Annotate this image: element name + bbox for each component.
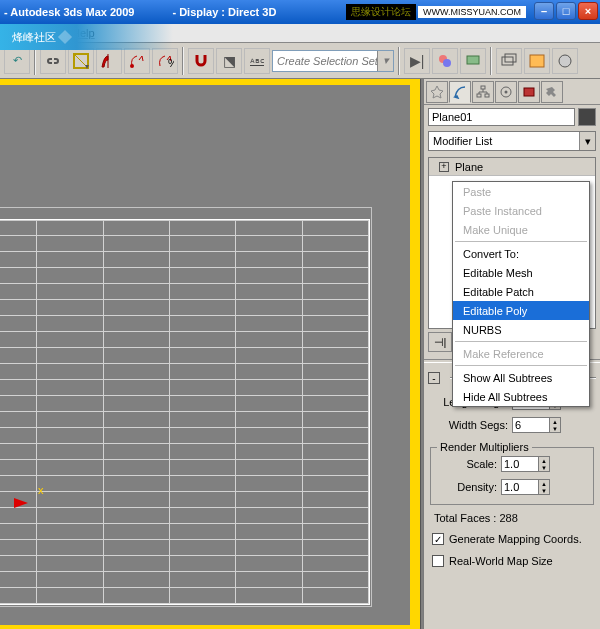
menu-editable-patch[interactable]: Editable Patch: [453, 282, 589, 301]
width-segs-input[interactable]: [512, 417, 550, 433]
menu-nurbs[interactable]: NURBS: [453, 320, 589, 339]
x-axis-arrow-icon: [14, 498, 28, 508]
hierarchy-tab[interactable]: [472, 81, 494, 103]
viewport[interactable]: x: [0, 79, 423, 629]
material-button[interactable]: [432, 48, 458, 74]
width-segs-label: Width Segs:: [430, 419, 508, 431]
pin-stack-button[interactable]: ⊣|: [428, 332, 452, 352]
maximize-button[interactable]: □: [556, 2, 576, 20]
create-tab[interactable]: [426, 81, 448, 103]
svg-rect-9: [530, 55, 544, 67]
mirror-button[interactable]: [96, 48, 122, 74]
chevron-down-icon: ▾: [377, 51, 393, 71]
menu-sep: [455, 241, 587, 242]
real-world-checkbox[interactable]: Real-World Map Size: [432, 553, 592, 569]
svg-rect-12: [477, 94, 481, 97]
chevron-down-icon: ▾: [579, 132, 595, 150]
modify-tab[interactable]: [449, 81, 471, 103]
stack-item-plane[interactable]: + Plane: [429, 158, 595, 176]
title-cn: 思缘设计论坛: [346, 4, 416, 20]
display-tab[interactable]: [518, 81, 540, 103]
tb-sep: [34, 47, 36, 75]
svg-rect-6: [467, 56, 479, 64]
tb-sep3: [398, 47, 400, 75]
render-multipliers-group: Render Multipliers Scale: ▲▼ Density: ▲▼: [430, 447, 594, 505]
checkbox-icon: [432, 555, 444, 567]
menu-paste[interactable]: Paste: [453, 182, 589, 201]
motion-tab[interactable]: [495, 81, 517, 103]
svg-rect-11: [481, 86, 485, 89]
density-label: Density:: [435, 481, 497, 493]
svg-point-15: [505, 90, 508, 93]
gen-mapping-checkbox[interactable]: ✓ Generate Mapping Coords.: [432, 531, 592, 547]
axis-gizmo[interactable]: x: [14, 498, 28, 508]
snap-button[interactable]: %: [152, 48, 178, 74]
viewport-divider[interactable]: [420, 79, 423, 629]
svg-rect-16: [524, 88, 534, 96]
utilities-tab[interactable]: [541, 81, 563, 103]
title-app: - Autodesk 3ds Max 2009: [4, 6, 134, 18]
modifier-list-dropdown[interactable]: Modifier List ▾: [428, 131, 596, 151]
menu-convert-to[interactable]: Convert To:: [453, 244, 589, 263]
selection-set-dropdown[interactable]: Create Selection Set ▾: [272, 50, 394, 72]
menu-editable-poly[interactable]: Editable Poly: [453, 301, 589, 320]
spinner-buttons[interactable]: ▲▼: [539, 479, 550, 495]
menu-bar: MAXScript Help: [0, 24, 600, 43]
hide-button[interactable]: ▶|: [404, 48, 430, 74]
title-right: 思缘设计论坛 WWW.MISSYUAN.COM: [346, 0, 528, 24]
menu-make-unique[interactable]: Make Unique: [453, 220, 589, 239]
menu-paste-instanced[interactable]: Paste Instanced: [453, 201, 589, 220]
title-bar: - Autodesk 3ds Max 2009 - Display : Dire…: [0, 0, 600, 24]
abc-button[interactable]: ᴀʙᴄ: [244, 48, 270, 74]
menu-show-all-subtrees[interactable]: Show All Subtrees: [453, 368, 589, 387]
plus-icon[interactable]: +: [439, 162, 449, 172]
menu-maxscript[interactable]: MAXScript: [6, 27, 58, 39]
object-color-swatch[interactable]: [578, 108, 596, 126]
spinner-buttons[interactable]: ▲▼: [550, 417, 561, 433]
snap-toggle[interactable]: [188, 48, 214, 74]
tb-sep4: [490, 47, 492, 75]
angle-snap[interactable]: ⬔: [216, 48, 242, 74]
svg-rect-13: [485, 94, 489, 97]
minus-icon: -: [428, 372, 440, 384]
minimize-button[interactable]: –: [534, 2, 554, 20]
svg-rect-7: [502, 57, 513, 65]
spinner-buttons[interactable]: ▲▼: [539, 456, 550, 472]
schematic-button[interactable]: ▾: [68, 48, 94, 74]
align-button[interactable]: [124, 48, 150, 74]
tb-sep2: [182, 47, 184, 75]
render-setup-button[interactable]: [460, 48, 486, 74]
object-name-input[interactable]: [428, 108, 575, 126]
menu-help[interactable]: Help: [72, 27, 95, 39]
curve-editor-button[interactable]: [524, 48, 550, 74]
plane-object[interactable]: [0, 219, 370, 605]
title-display: - Display : Direct 3D: [172, 6, 276, 18]
svg-text:%: %: [168, 57, 174, 69]
title-url: WWW.MISSYUAN.COM: [418, 6, 526, 18]
scale-input[interactable]: [501, 456, 539, 472]
link-button[interactable]: [40, 48, 66, 74]
command-panel-tabs: [424, 79, 600, 105]
density-input[interactable]: [501, 479, 539, 495]
checkbox-icon: ✓: [432, 533, 444, 545]
svg-rect-8: [505, 54, 516, 62]
total-faces-label: Total Faces : 288: [434, 512, 590, 524]
close-button[interactable]: ×: [578, 2, 598, 20]
menu-hide-all-subtrees[interactable]: Hide All Subtrees: [453, 387, 589, 406]
menu-editable-mesh[interactable]: Editable Mesh: [453, 263, 589, 282]
svg-point-2: [130, 64, 134, 68]
menu-sep: [455, 365, 587, 366]
svg-point-5: [443, 59, 451, 67]
main-toolbar: ↶ ▾ % ⬔ ᴀʙᴄ Create Selection Set ▾ ▶|: [0, 43, 600, 79]
x-axis-label: x: [38, 484, 44, 496]
menu-make-reference[interactable]: Make Reference: [453, 344, 589, 363]
extra-button[interactable]: [552, 48, 578, 74]
undo-button[interactable]: ↶: [4, 48, 30, 74]
layer-button[interactable]: [496, 48, 522, 74]
menu-sep: [455, 341, 587, 342]
svg-point-10: [559, 55, 571, 67]
scale-label: Scale:: [435, 458, 497, 470]
window-buttons: – □ ×: [534, 2, 598, 20]
group-label: Render Multipliers: [437, 441, 532, 453]
stack-context-menu: Paste Paste Instanced Make Unique Conver…: [452, 181, 590, 407]
